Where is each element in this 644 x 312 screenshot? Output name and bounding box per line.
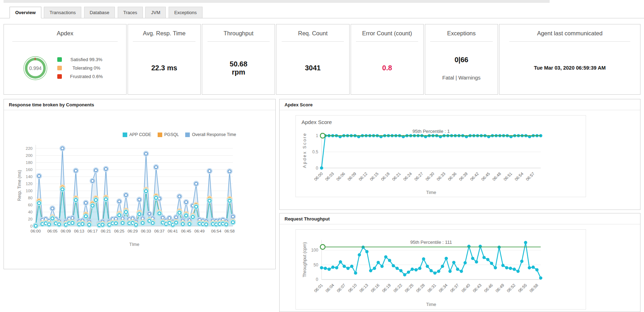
apdex-score-panel-title: Apdex Score	[280, 99, 640, 110]
kpi-card-apdex: Apdex 0.994 Satisfied 99.3% Tolerating 0…	[4, 24, 127, 95]
svg-text:06:54: 06:54	[514, 171, 524, 182]
top-strip	[4, 0, 550, 3]
svg-text:06:41: 06:41	[168, 229, 178, 233]
svg-text:06:29: 06:29	[128, 229, 138, 233]
svg-text:80: 80	[28, 196, 33, 200]
apdex-score-chart[interactable]: 00.5106:0006:0306:0606:0906:1206:1506:18…	[300, 126, 581, 196]
throughput-value-number: 50.68	[230, 60, 247, 68]
tab-database[interactable]: Database	[84, 7, 115, 18]
svg-text:06:51: 06:51	[503, 171, 513, 182]
svg-text:06:24: 06:24	[403, 171, 413, 182]
apdex-score-panel: Apdex Score Apdex Score 00.5106:0006:030…	[279, 99, 640, 210]
svg-text:06:15: 06:15	[369, 171, 379, 182]
svg-text:06:09: 06:09	[347, 171, 357, 182]
response-components-chart[interactable]: 02040608010012014016018020022006:0006:05…	[7, 142, 270, 248]
svg-text:06:04: 06:04	[325, 283, 335, 293]
response-components-chart-legend: APP CODE PGSQL Overall Response Time	[4, 132, 275, 137]
divider	[4, 110, 275, 110]
svg-text:Time: Time	[426, 302, 436, 307]
svg-text:200: 200	[26, 153, 33, 158]
apdex-legend-tolerating: Tolerating 0%	[57, 65, 108, 71]
request-throughput-chart[interactable]: 05010006:0106:0406:0706:1006:1306:1606:1…	[300, 232, 581, 308]
throughput-value-unit: rpm	[230, 68, 247, 76]
kpi-title-req-count: Req. Count	[276, 24, 349, 37]
legend-pgsql-label: PGSQL	[164, 132, 179, 137]
svg-text:Resp. Time (ms): Resp. Time (ms)	[17, 170, 22, 201]
svg-text:06:33: 06:33	[436, 171, 446, 182]
tab-overview[interactable]: Overview	[10, 7, 41, 18]
apdex-score-inner-title: Apdex Score	[300, 118, 581, 126]
svg-text:06:49: 06:49	[194, 229, 205, 233]
svg-text:06:39: 06:39	[458, 171, 468, 182]
satisfied-label: Satisfied 99.3%	[65, 57, 108, 62]
svg-text:06:13: 06:13	[74, 229, 84, 233]
svg-text:160: 160	[26, 167, 33, 172]
apdex-score-card: Apdex Score 00.5106:0006:0306:0606:0906:…	[295, 115, 586, 197]
svg-text:TIme: TIme	[129, 242, 140, 247]
error-count-value: 0.8	[382, 64, 392, 72]
kpi-title-exceptions: Exceptions	[425, 24, 498, 37]
svg-text:06:13: 06:13	[359, 283, 369, 293]
svg-text:0: 0	[316, 166, 318, 171]
svg-text:06:55: 06:55	[517, 283, 528, 293]
svg-text:06:34: 06:34	[438, 283, 448, 293]
svg-text:40: 40	[28, 210, 33, 214]
svg-text:06:57: 06:57	[525, 171, 535, 182]
response-components-panel: Response time broken by Components APP C…	[4, 99, 276, 269]
legend-overall-response-time[interactable]: Overall Response Time	[185, 132, 236, 137]
svg-text:06:03: 06:03	[324, 171, 335, 182]
kpi-title-apdex: Apdex	[4, 24, 126, 37]
svg-text:06:40: 06:40	[461, 283, 471, 293]
request-throughput-card: 05010006:0106:0406:0706:1006:1306:1606:1…	[295, 229, 586, 310]
svg-text:06:58: 06:58	[529, 283, 539, 293]
req-count-value: 3041	[305, 64, 321, 72]
svg-text:06:49: 06:49	[495, 283, 505, 293]
legend-app-code[interactable]: APP CODE	[123, 132, 151, 137]
svg-text:06:54: 06:54	[211, 229, 221, 233]
svg-text:06:31: 06:31	[427, 283, 437, 293]
apdex-gauge-value: 0.994	[29, 65, 41, 71]
svg-text:06:45: 06:45	[181, 229, 191, 233]
svg-text:Time: Time	[426, 190, 436, 195]
svg-text:06:28: 06:28	[415, 283, 426, 293]
tab-traces[interactable]: Traces	[118, 7, 143, 18]
svg-text:95th Percentile : 1: 95th Percentile : 1	[412, 129, 450, 134]
tab-bar: Overview Transactions Database Traces JV…	[0, 6, 644, 18]
apdex-legend-satisfied: Satisfied 99.3%	[57, 57, 108, 62]
tab-exceptions[interactable]: Exceptions	[169, 7, 203, 18]
svg-text:06:05: 06:05	[47, 229, 58, 233]
kpi-card-agent-last-communicated: Agent last communicated Tue Mar 03, 2020…	[499, 24, 640, 95]
response-components-panel-title: Response time broken by Components	[4, 99, 275, 110]
request-throughput-panel-title: Request Throughput	[280, 213, 640, 224]
svg-text:06:25: 06:25	[114, 229, 124, 233]
svg-text:06:21: 06:21	[391, 171, 402, 182]
legend-overall-label: Overall Response Time	[192, 132, 236, 137]
svg-text:06:18: 06:18	[380, 171, 391, 182]
svg-text:06:01: 06:01	[313, 283, 323, 293]
svg-text:220: 220	[26, 146, 33, 151]
svg-text:120: 120	[26, 182, 33, 186]
svg-text:20: 20	[28, 217, 33, 221]
svg-text:06:10: 06:10	[347, 283, 358, 293]
tab-jvm[interactable]: JVM	[145, 7, 166, 18]
tab-transactions[interactable]: Transactions	[44, 7, 81, 18]
exceptions-subtitle: Fatal | Warnings	[442, 75, 480, 81]
svg-text:06:21: 06:21	[101, 229, 111, 233]
avg-resp-time-value: 22.3 ms	[151, 64, 177, 72]
divider	[280, 110, 640, 110]
legend-pgsql[interactable]: PGSQL	[158, 132, 179, 137]
exceptions-value: 0|66	[455, 56, 468, 64]
svg-text:06:46: 06:46	[484, 283, 494, 293]
svg-text:06:37: 06:37	[154, 229, 165, 233]
svg-text:06:12: 06:12	[358, 171, 368, 182]
frustrated-swatch-icon	[57, 74, 62, 79]
svg-text:06:25: 06:25	[404, 283, 414, 293]
svg-text:1: 1	[316, 133, 318, 138]
divider	[280, 224, 640, 224]
svg-text:06:36: 06:36	[447, 171, 457, 182]
tolerating-swatch-icon	[57, 66, 62, 70]
svg-text:06:33: 06:33	[141, 229, 151, 233]
kpi-title-error-count: Error Count (count)	[351, 24, 423, 37]
kpi-card-req-count: Req. Count 3041	[276, 24, 349, 95]
svg-text:06:19: 06:19	[381, 283, 392, 293]
